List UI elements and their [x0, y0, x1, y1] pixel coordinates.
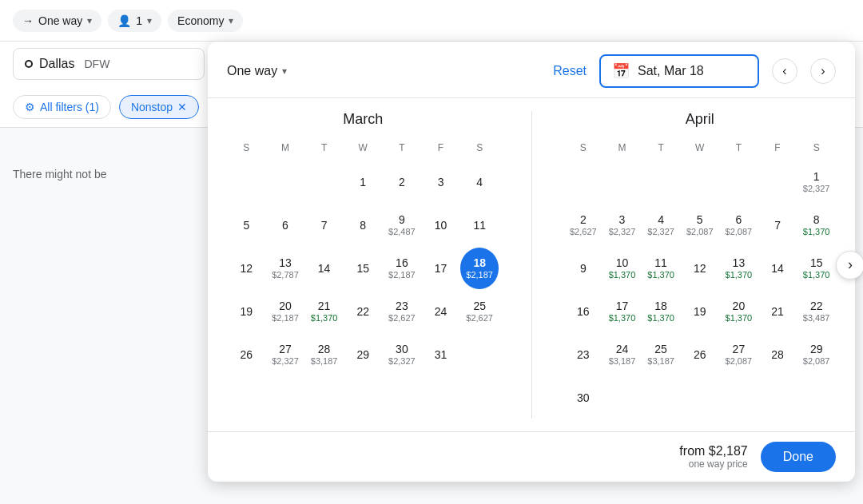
trip-type-label: One way: [38, 14, 82, 27]
table-row[interactable]: 16$2,187: [383, 248, 422, 289]
table-row[interactable]: 14: [758, 248, 797, 289]
table-row[interactable]: 19: [680, 291, 719, 332]
day-number: 23: [396, 300, 408, 312]
table-row[interactable]: 18$1,370: [642, 291, 681, 332]
table-row[interactable]: 11: [460, 204, 499, 246]
day-number: 25: [654, 343, 667, 355]
done-button[interactable]: Done: [761, 442, 836, 472]
table-row[interactable]: 24: [421, 291, 460, 332]
table-row[interactable]: 27$2,327: [266, 334, 305, 375]
table-row[interactable]: 20$1,370: [719, 291, 758, 332]
table-row[interactable]: 12: [680, 248, 719, 289]
table-row[interactable]: 4$2,327: [642, 204, 681, 246]
calendar-body: March S M T W T F S 123456789$2,48710111…: [208, 98, 855, 431]
table-row[interactable]: 23: [564, 334, 603, 375]
table-row[interactable]: 29$2,087: [797, 334, 836, 375]
table-row[interactable]: 7: [758, 204, 797, 246]
table-row[interactable]: 3: [421, 161, 460, 203]
day-number: 13: [279, 257, 292, 268]
table-row[interactable]: 22: [344, 291, 383, 332]
april-day-s2: S: [797, 139, 836, 157]
day-number: 20: [733, 300, 746, 312]
day-number: 11: [654, 257, 667, 268]
table-row[interactable]: 26: [227, 334, 266, 375]
table-row[interactable]: 7: [304, 204, 344, 246]
table-row[interactable]: 8: [344, 204, 383, 246]
table-row[interactable]: 23$2,627: [383, 291, 422, 332]
table-row[interactable]: 30: [564, 377, 603, 419]
table-row[interactable]: 10$1,370: [603, 248, 642, 289]
passengers-button[interactable]: 👤 1 ▾: [108, 10, 161, 32]
nonstop-chip[interactable]: Nonstop ✕: [119, 95, 199, 119]
table-row[interactable]: 20$2,187: [266, 291, 305, 332]
march-title: March: [227, 111, 499, 128]
table-row[interactable]: 3$2,327: [603, 204, 642, 246]
table-row[interactable]: 6$2,087: [719, 204, 758, 246]
table-row[interactable]: 19: [227, 291, 266, 332]
table-row[interactable]: 2$2,627: [564, 204, 603, 246]
table-row[interactable]: 27$2,087: [719, 334, 758, 375]
table-row[interactable]: 8$1,370: [797, 204, 836, 246]
table-row[interactable]: 9$2,487: [383, 204, 422, 246]
april-day-w1: W: [680, 139, 719, 157]
table-row[interactable]: 2: [383, 161, 422, 203]
table-row[interactable]: 6: [266, 204, 305, 246]
reset-button[interactable]: Reset: [553, 64, 587, 78]
nonstop-close-icon[interactable]: ✕: [177, 101, 187, 113]
table-row: [564, 161, 603, 203]
table-row[interactable]: 1: [344, 161, 383, 203]
table-row[interactable]: 14: [304, 248, 344, 289]
table-row[interactable]: 21$1,370: [304, 291, 344, 332]
april-day-t1: T: [642, 139, 681, 157]
table-row[interactable]: 15$1,370: [797, 248, 836, 289]
one-way-chevron: ▾: [282, 65, 287, 77]
april-calendar: April S M T W T F S 1$2,3272$2,6273$2,32…: [564, 111, 837, 419]
table-row[interactable]: 5$2,087: [680, 204, 719, 246]
day-price: $2,087: [803, 356, 830, 366]
table-row[interactable]: 1$2,327: [797, 161, 836, 203]
all-filters-button[interactable]: ⚙ All filters (1): [13, 95, 111, 119]
table-row[interactable]: 21: [758, 291, 797, 332]
table-row[interactable]: 11$1,370: [642, 248, 681, 289]
origin-field[interactable]: Dallas DFW: [13, 48, 205, 80]
table-row[interactable]: 28$3,187: [304, 334, 344, 375]
day-number: 2: [399, 177, 405, 188]
table-row[interactable]: 31: [421, 334, 460, 375]
table-row[interactable]: 28: [758, 334, 797, 375]
table-row[interactable]: 22$3,487: [797, 291, 836, 332]
table-row[interactable]: 5: [227, 204, 266, 246]
table-row[interactable]: 9: [564, 248, 603, 289]
trip-type-button[interactable]: → One way ▾: [13, 10, 101, 32]
table-row[interactable]: 16: [564, 291, 603, 332]
table-row[interactable]: 12: [227, 248, 266, 289]
next-month-button[interactable]: ›: [810, 58, 836, 84]
table-row[interactable]: 15: [344, 248, 383, 289]
origin-city: Dallas: [39, 57, 74, 71]
next-month-floating-button[interactable]: ›: [836, 251, 863, 280]
table-row[interactable]: 10: [421, 204, 460, 246]
table-row: [460, 334, 499, 375]
table-row[interactable]: 29: [344, 334, 383, 375]
table-row[interactable]: 17$1,370: [603, 291, 642, 332]
table-row[interactable]: 4: [460, 161, 499, 203]
calendar-icon: 📅: [612, 62, 630, 80]
table-row[interactable]: 25$2,627: [460, 291, 499, 332]
table-row: [758, 161, 797, 203]
day-number: 12: [694, 263, 706, 274]
day-number: 7: [774, 220, 781, 231]
date-input-box[interactable]: 📅 Sat, Mar 18: [599, 54, 759, 88]
day-number: 17: [616, 300, 629, 312]
table-row[interactable]: 26: [680, 334, 719, 375]
march-day-headers: S M T W T F S: [227, 139, 499, 157]
table-row[interactable]: 30$2,327: [383, 334, 422, 375]
one-way-select[interactable]: One way ▾: [227, 64, 287, 78]
table-row[interactable]: 17: [421, 248, 460, 289]
table-row[interactable]: 25$3,187: [642, 334, 681, 375]
prev-month-button[interactable]: ‹: [772, 58, 797, 84]
table-row[interactable]: 13$2,787: [266, 248, 305, 289]
table-row[interactable]: 24$3,187: [603, 334, 642, 375]
table-row[interactable]: 18$2,187: [460, 248, 499, 289]
table-row[interactable]: 13$1,370: [719, 248, 758, 289]
cabin-button[interactable]: Economy ▾: [168, 10, 243, 32]
day-number: 21: [318, 300, 331, 312]
